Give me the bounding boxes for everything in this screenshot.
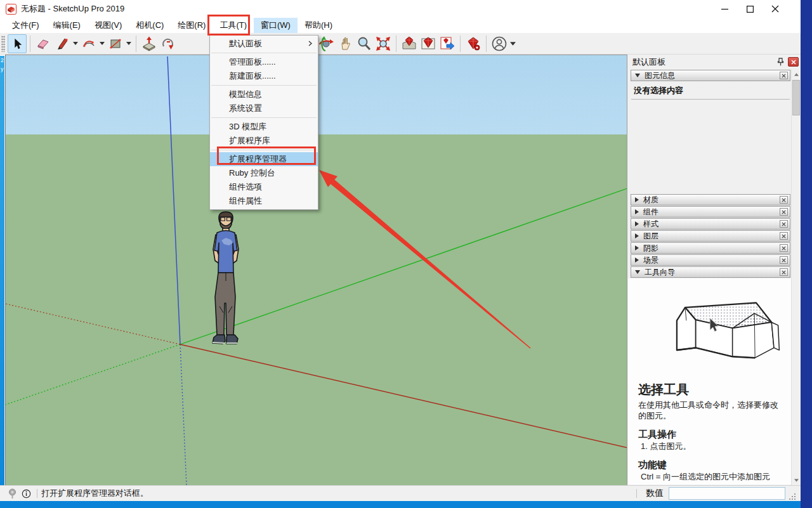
menu-item-component-attributes[interactable]: 组件属性	[210, 194, 318, 208]
section-label: 样式	[643, 219, 780, 230]
toolbar-separator	[460, 36, 461, 52]
pan-tool-button[interactable]	[336, 34, 355, 53]
section-close-button[interactable]	[780, 256, 788, 264]
menu-item-label: 系统设置	[229, 103, 262, 114]
triangle-collapsed-icon	[635, 197, 639, 202]
eraser-tool-button[interactable]	[34, 34, 53, 53]
close-icon	[782, 74, 786, 78]
orbit-icon	[318, 36, 334, 52]
menu-item-preferences[interactable]: 系统设置	[210, 101, 318, 115]
measurement-input[interactable]	[669, 487, 785, 500]
menu-item-ruby-console[interactable]: Ruby 控制台	[210, 166, 318, 180]
pin-icon[interactable]	[777, 58, 784, 66]
section-shadows[interactable]: 阴影	[631, 242, 790, 254]
status-separator	[37, 489, 37, 498]
section-layers[interactable]: 图层	[631, 230, 790, 242]
menu-item-label: Ruby 控制台	[229, 167, 275, 179]
menu-item-component-options[interactable]: 组件选项	[210, 180, 318, 194]
menu-draw[interactable]: 绘图(R)	[171, 18, 213, 33]
close-button[interactable]	[763, 0, 788, 18]
triangle-collapsed-icon	[635, 209, 639, 214]
share-model-button[interactable]	[419, 34, 438, 53]
instructor-house-illustration	[643, 289, 780, 377]
menu-window[interactable]: 窗口(W)	[254, 18, 298, 33]
section-close-button[interactable]	[780, 220, 788, 228]
desktop-background-right	[801, 0, 812, 508]
close-icon	[782, 198, 786, 202]
select-tool-button[interactable]	[8, 34, 27, 53]
close-icon	[782, 246, 786, 251]
toolbar-separator	[136, 36, 136, 52]
zoom-tool-button[interactable]	[355, 34, 374, 53]
menu-view[interactable]: 视图(V)	[88, 18, 129, 33]
menu-item-manage-panels[interactable]: 管理面板......	[210, 55, 318, 69]
share-model-icon	[420, 36, 436, 52]
resize-grip[interactable]	[789, 493, 797, 501]
menu-help[interactable]: 帮助(H)	[298, 18, 339, 33]
line-tool-button[interactable]	[53, 34, 72, 53]
credits-info-button[interactable]	[19, 489, 33, 498]
extension-warehouse-button[interactable]	[464, 34, 483, 53]
section-entity-info[interactable]: 图元信息	[631, 70, 790, 81]
menu-item-3d-warehouse[interactable]: 3D 模型库	[210, 120, 318, 134]
rectangle-tool-button[interactable]	[106, 34, 125, 53]
share-component-button[interactable]	[438, 34, 457, 53]
menu-edit[interactable]: 编辑(E)	[46, 18, 88, 33]
arc-tool-button[interactable]	[79, 34, 98, 53]
section-close-button[interactable]	[780, 268, 788, 276]
zoom-extents-tool-button[interactable]	[374, 34, 393, 53]
panel-scrollbar[interactable]	[791, 69, 801, 485]
menu-item-default-panel[interactable]: 默认面板	[210, 37, 318, 51]
rectangle-tool-dropdown[interactable]	[125, 34, 133, 53]
section-instructor[interactable]: 工具向导	[631, 266, 790, 278]
sign-in-dropdown[interactable]	[509, 34, 516, 53]
scroll-up-button[interactable]	[792, 69, 801, 79]
section-close-button[interactable]	[780, 208, 788, 216]
desktop-fragment: y	[0, 65, 4, 74]
section-close-button[interactable]	[780, 72, 788, 79]
section-close-button[interactable]	[780, 244, 788, 252]
user-avatar-icon	[491, 36, 508, 52]
arc-tool-dropdown[interactable]	[98, 34, 106, 53]
toolbar	[0, 33, 801, 55]
chevron-down-icon	[100, 42, 105, 45]
section-label: 场景	[643, 255, 780, 266]
menu-item-new-panel[interactable]: 新建面板......	[210, 69, 318, 83]
geolocation-button[interactable]	[5, 488, 19, 499]
desktop-fragment: 2	[0, 56, 4, 65]
maximize-button[interactable]	[737, 0, 763, 18]
follow-me-tool-button[interactable]	[159, 34, 178, 53]
section-materials[interactable]: 材质	[631, 194, 790, 205]
minimize-button[interactable]	[712, 0, 737, 18]
toolbar-drag-handle[interactable]	[1, 36, 5, 52]
3d-warehouse-button[interactable]	[400, 34, 419, 53]
push-pull-tool-button[interactable]	[140, 34, 159, 53]
chevron-down-icon	[510, 42, 516, 46]
section-label: 图层	[643, 231, 780, 242]
menu-item-model-info[interactable]: 模型信息	[210, 88, 318, 101]
menu-item-extension-warehouse[interactable]: 扩展程序库	[210, 134, 318, 148]
menu-file[interactable]: 文件(F)	[5, 18, 46, 33]
orbit-tool-button[interactable]	[317, 34, 336, 53]
push-pull-icon	[141, 36, 157, 51]
sign-in-button[interactable]	[490, 34, 509, 53]
section-close-button[interactable]	[780, 232, 788, 240]
instructor-heading: 选择工具	[638, 381, 783, 398]
menu-item-label: 3D 模型库	[229, 121, 266, 133]
section-scenes[interactable]: 场景	[631, 254, 790, 266]
chevron-down-icon	[794, 479, 799, 482]
line-tool-dropdown[interactable]	[72, 34, 79, 53]
section-components[interactable]: 组件	[631, 206, 790, 218]
scrollbar-thumb[interactable]	[792, 80, 800, 115]
sketchup-logo-icon	[6, 4, 16, 15]
close-icon	[791, 60, 796, 65]
menu-camera[interactable]: 相机(C)	[129, 18, 171, 33]
measurement-label: 数值	[646, 488, 664, 499]
scroll-down-button[interactable]	[792, 475, 801, 485]
panel-close-button[interactable]	[788, 57, 799, 67]
section-styles[interactable]: 样式	[631, 218, 790, 230]
submenu-arrow-icon	[308, 41, 312, 46]
menu-separator	[211, 85, 317, 86]
menu-bar: 文件(F) 编辑(E) 视图(V) 相机(C) 绘图(R) 工具(T) 窗口(W…	[0, 18, 801, 33]
section-close-button[interactable]	[780, 196, 788, 204]
